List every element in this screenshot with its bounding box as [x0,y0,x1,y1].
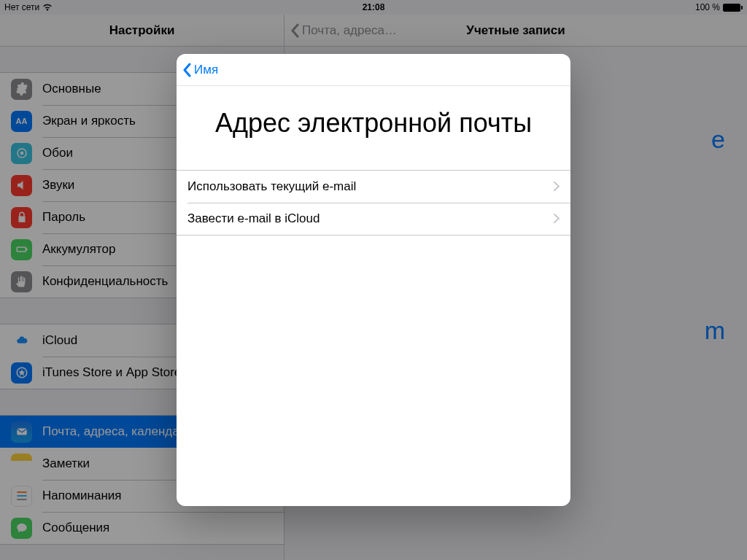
modal-title: Адрес электронной почты [177,86,570,170]
modal-back-label: Имя [194,63,218,77]
option-label: Завести e-mail в iCloud [187,211,320,226]
email-address-modal: Имя Адрес электронной почты Использовать… [177,54,570,506]
modal-back-button[interactable]: Имя [177,63,218,77]
chevron-right-icon [554,214,560,223]
option-get-icloud-email[interactable]: Завести e-mail в iCloud [177,203,570,235]
chevron-left-icon [182,63,191,77]
modal-options: Использовать текущий e-mail Завести e-ma… [177,170,570,236]
option-use-current-email[interactable]: Использовать текущий e-mail [177,171,570,203]
option-label: Использовать текущий e-mail [187,179,356,194]
chevron-right-icon [554,182,560,191]
modal-navbar: Имя [177,54,570,86]
